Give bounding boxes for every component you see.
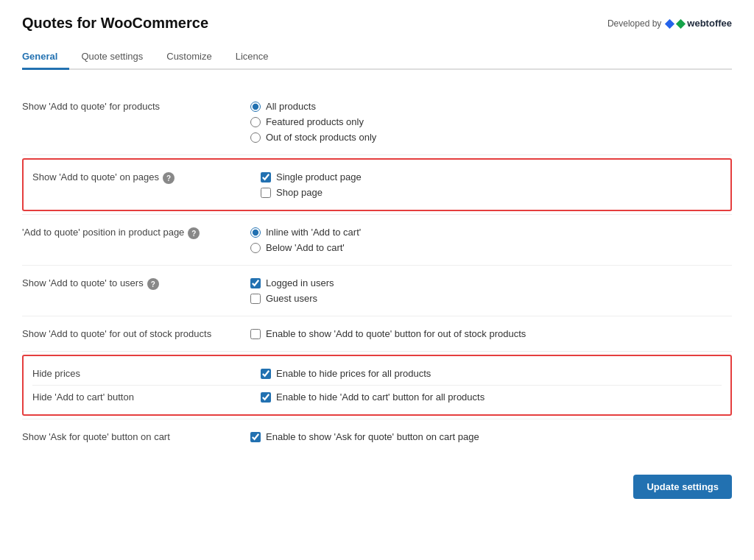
highlight-box-pages: Show 'Add to quote' on pages ? Single pr… <box>22 158 732 211</box>
radio-inline-with-cart[interactable] <box>250 227 261 238</box>
checkbox-guest-users[interactable] <box>250 294 261 304</box>
highlight-box-hide: Hide prices Enable to hide prices for al… <box>22 355 732 416</box>
row-show-for-products: Show 'Add to quote' for products All pro… <box>22 91 732 153</box>
dev-label: Developed by <box>607 18 661 29</box>
update-btn-row: Update settings <box>22 475 732 499</box>
row-ask-for-quote-cart: Show 'Ask for quote' button on cart Enab… <box>22 421 732 453</box>
checkbox-logged-in-users[interactable] <box>250 278 261 288</box>
checkbox-enable-hide-prices[interactable] <box>261 369 271 379</box>
radio-all-products[interactable] <box>250 102 261 112</box>
controls-ask-for-quote-cart: Enable to show 'Ask for quote' button on… <box>250 431 732 442</box>
label-position-product-page: 'Add to quote' position in product page … <box>22 227 250 239</box>
update-settings-button[interactable]: Update settings <box>633 475 732 499</box>
tab-general[interactable]: General <box>22 45 69 70</box>
row-hide-add-to-cart: Hide 'Add to cart' button Enable to hide… <box>32 387 722 407</box>
option-enable-hide-prices[interactable]: Enable to hide prices for all products <box>261 368 722 379</box>
checkbox-enable-hide-cart[interactable] <box>261 392 271 403</box>
option-out-of-stock-products[interactable]: Out of stock products only <box>250 132 732 143</box>
page-container: Quotes for WooCommerce Developed by ◆ ◆ … <box>0 0 754 560</box>
tab-customize[interactable]: Customize <box>155 45 223 70</box>
radio-below-cart[interactable] <box>250 243 261 253</box>
checkbox-shop-page[interactable] <box>261 188 271 198</box>
controls-position-product-page: Inline with 'Add to cart' Below 'Add to … <box>250 227 732 253</box>
tab-quote-settings[interactable]: Quote settings <box>69 45 155 70</box>
option-below-cart[interactable]: Below 'Add to cart' <box>250 242 732 253</box>
label-show-on-pages: Show 'Add to quote' on pages ? <box>32 171 261 184</box>
label-hide-add-to-cart: Hide 'Add to cart' button <box>32 391 261 403</box>
controls-show-to-users: Logged in users Guest users <box>250 277 732 304</box>
option-featured-products[interactable]: Featured products only <box>250 116 732 127</box>
logo-text: webtoffee <box>687 18 732 29</box>
logo-dot-green: ◆ <box>676 16 685 30</box>
radio-out-of-stock-products[interactable] <box>250 132 261 143</box>
controls-show-for-products: All products Featured products only Out … <box>250 101 732 143</box>
option-inline-with-cart[interactable]: Inline with 'Add to cart' <box>250 227 732 238</box>
label-show-to-users: Show 'Add to quote' to users ? <box>22 277 250 290</box>
help-icon-users[interactable]: ? <box>147 278 159 290</box>
label-show-for-products: Show 'Add to quote' for products <box>22 101 250 112</box>
checkbox-enable-out-of-stock[interactable] <box>250 329 261 339</box>
settings-section: Show 'Add to quote' for products All pro… <box>22 91 732 453</box>
row-position-product-page: 'Add to quote' position in product page … <box>22 216 732 263</box>
help-icon-position[interactable]: ? <box>188 227 200 239</box>
tabs-nav: General Quote settings Customize Licence <box>22 45 732 70</box>
checkbox-enable-ask-for-quote-cart[interactable] <box>250 432 261 442</box>
app-title: Quotes for WooCommerce <box>22 15 208 32</box>
option-guest-users[interactable]: Guest users <box>250 293 732 304</box>
dev-badge: Developed by ◆ ◆ webtoffee <box>607 16 732 30</box>
row-hide-prices: Hide prices Enable to hide prices for al… <box>32 364 722 383</box>
row-show-on-pages: Show 'Add to quote' on pages ? Single pr… <box>32 167 722 202</box>
option-enable-hide-cart[interactable]: Enable to hide 'Add to cart' button for … <box>261 391 722 403</box>
controls-for-out-of-stock: Enable to show 'Add to quote' button for… <box>250 328 732 339</box>
label-ask-for-quote-cart: Show 'Ask for quote' button on cart <box>22 431 250 442</box>
option-single-product-page[interactable]: Single product page <box>261 171 722 182</box>
label-for-out-of-stock: Show 'Add to quote' for out of stock pro… <box>22 328 250 339</box>
option-enable-out-of-stock[interactable]: Enable to show 'Add to quote' button for… <box>250 328 732 339</box>
controls-hide-prices: Enable to hide prices for all products <box>261 368 722 379</box>
row-for-out-of-stock: Show 'Add to quote' for out of stock pro… <box>22 318 732 350</box>
webtoffee-logo: ◆ ◆ webtoffee <box>665 16 732 30</box>
option-all-products[interactable]: All products <box>250 101 732 112</box>
label-hide-prices: Hide prices <box>32 368 261 379</box>
radio-featured-products[interactable] <box>250 117 261 127</box>
option-enable-ask-for-quote-cart[interactable]: Enable to show 'Ask for quote' button on… <box>250 431 732 442</box>
help-icon-pages[interactable]: ? <box>163 172 175 184</box>
controls-hide-add-to-cart: Enable to hide 'Add to cart' button for … <box>261 391 722 403</box>
option-shop-page[interactable]: Shop page <box>261 187 722 198</box>
row-show-to-users: Show 'Add to quote' to users ? Logged in… <box>22 267 732 314</box>
checkbox-single-product-page[interactable] <box>261 172 271 182</box>
controls-show-on-pages: Single product page Shop page <box>261 171 722 198</box>
tab-licence[interactable]: Licence <box>224 45 281 70</box>
top-header: Quotes for WooCommerce Developed by ◆ ◆ … <box>22 15 732 32</box>
logo-dot-blue: ◆ <box>665 16 674 30</box>
option-logged-in-users[interactable]: Logged in users <box>250 277 732 288</box>
